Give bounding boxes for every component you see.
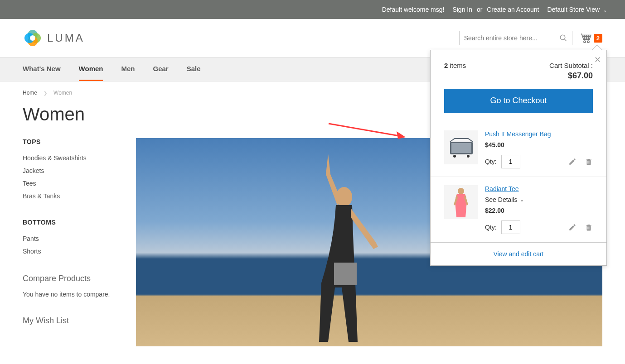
edit-icon[interactable] (568, 223, 577, 231)
qty-input[interactable] (501, 155, 520, 168)
minicart-item: Push It Messenger Bag $45.00 Qty: (431, 122, 606, 177)
sign-in-link[interactable]: Sign In (452, 6, 472, 13)
minicart-dropdown: ✕ 2 items Cart Subtotal : $67.00 Go to C… (430, 50, 607, 266)
svg-point-5 (560, 35, 565, 40)
svg-line-7 (581, 34, 582, 35)
qty-label: Qty: (485, 224, 497, 231)
svg-point-21 (458, 188, 464, 194)
nav-men[interactable]: Men (121, 57, 135, 81)
search-icon[interactable] (559, 34, 567, 42)
breadcrumb-current: Women (53, 90, 72, 96)
product-name-link[interactable]: Push It Messenger Bag (485, 130, 593, 138)
minicart-item: Radiant Tee See Details ⌄ $22.00 Qty: (431, 177, 606, 242)
product-thumbnail[interactable] (444, 185, 478, 219)
search-box[interactable] (459, 31, 572, 45)
svg-rect-18 (451, 143, 471, 153)
sidebar-item-bras[interactable]: Bras & Tanks (23, 190, 118, 202)
chevron-down-icon: ⌄ (520, 197, 524, 203)
svg-point-4 (30, 35, 35, 41)
welcome-message: Default welcome msg! (382, 6, 445, 13)
compare-empty-text: You have no items to compare. (23, 291, 118, 298)
close-icon[interactable]: ✕ (594, 55, 601, 65)
sidebar-item-hoodies[interactable]: Hoodies & Sweatshirts (23, 152, 118, 164)
svg-line-6 (564, 39, 567, 41)
view-cart-link[interactable]: View and edit cart (493, 250, 543, 258)
sidebar-item-jackets[interactable]: Jackets (23, 164, 118, 177)
svg-point-20 (467, 155, 470, 158)
edit-icon[interactable] (568, 158, 577, 166)
checkout-button[interactable]: Go to Checkout (444, 89, 593, 113)
breadcrumb-home[interactable]: Home (23, 90, 37, 96)
hero-figure (276, 152, 403, 346)
product-thumbnail[interactable] (444, 130, 478, 164)
nav-gear[interactable]: Gear (153, 57, 168, 81)
sidebar-tops-list: Hoodies & Sweatshirts Jackets Tees Bras … (23, 152, 118, 202)
chevron-down-icon: ⌄ (603, 8, 607, 13)
nav-sale[interactable]: Sale (187, 57, 201, 81)
nav-women[interactable]: Women (79, 57, 103, 81)
nav-whats-new[interactable]: What's New (23, 57, 61, 81)
minicart-items: Push It Messenger Bag $45.00 Qty: (431, 122, 606, 242)
trash-icon[interactable] (585, 158, 593, 166)
sidebar-bottoms-list: Pants Shorts (23, 232, 118, 258)
minicart-item-count: 2 items (444, 62, 466, 81)
cart-count-badge: 2 (594, 34, 602, 43)
svg-rect-16 (334, 263, 357, 285)
trash-icon[interactable] (585, 223, 593, 231)
product-price: $45.00 (485, 141, 593, 148)
create-account-link[interactable]: Create an Account (487, 6, 539, 13)
svg-point-14 (587, 41, 589, 43)
qty-input[interactable] (501, 220, 520, 234)
product-name-link[interactable]: Radiant Tee (485, 185, 593, 192)
search-input[interactable] (464, 34, 559, 42)
qty-label: Qty: (485, 158, 497, 165)
or-separator: or (477, 6, 482, 13)
see-details-toggle[interactable]: See Details ⌄ (485, 196, 593, 203)
logo[interactable]: LUMA (23, 28, 85, 48)
svg-point-19 (453, 155, 456, 158)
sidebar-tops-heading: TOPS (23, 138, 118, 145)
chevron-right-icon: ❯ (44, 91, 47, 96)
sidebar: TOPS Hoodies & Sweatshirts Jackets Tees … (23, 138, 118, 346)
store-view-switcher[interactable]: Default Store View ⌄ (547, 6, 607, 13)
sidebar-item-pants[interactable]: Pants (23, 232, 118, 245)
compare-title: Compare Products (23, 274, 118, 283)
logo-icon (23, 28, 43, 48)
cart-toggle[interactable]: 2 (581, 33, 602, 43)
top-bar: Default welcome msg! Sign In or Create a… (0, 0, 625, 19)
sidebar-item-tees[interactable]: Tees (23, 177, 118, 190)
wishlist-title: My Wish List (23, 316, 118, 326)
sidebar-bottoms-heading: BOTTOMS (23, 219, 118, 226)
sidebar-item-shorts[interactable]: Shorts (23, 245, 118, 258)
logo-text: LUMA (47, 32, 85, 44)
minicart-subtotal: Cart Subtotal : $67.00 (549, 62, 593, 81)
svg-point-13 (584, 41, 586, 43)
cart-icon (581, 33, 592, 43)
product-price: $22.00 (485, 207, 593, 214)
